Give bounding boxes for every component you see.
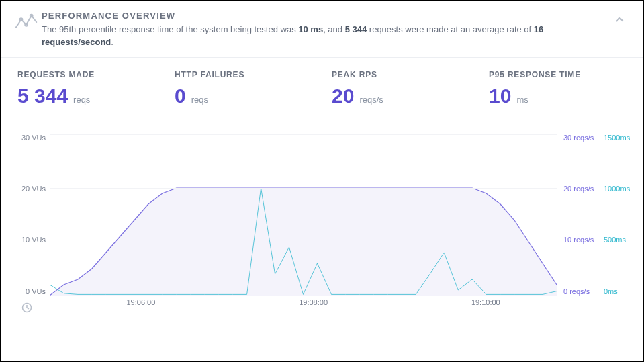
stat-value: 0 xyxy=(175,85,186,107)
collapse-toggle[interactable] xyxy=(614,11,628,28)
stat-unit: reqs/s xyxy=(359,95,383,105)
stat-unit: reqs xyxy=(191,95,208,105)
clock-icon xyxy=(21,302,32,313)
stat-peak-rps: PEAK RPS 20 reqs/s xyxy=(322,70,479,107)
stat-unit: reqs xyxy=(73,95,90,105)
x-axis: 19:06:0019:08:0019:10:00 xyxy=(50,298,557,312)
header-subtitle: The 95th percentile response time of the… xyxy=(42,24,614,49)
y-axis-right-ms: 1500ms1000ms500ms0ms xyxy=(604,134,636,296)
header-title: PERFORMANCE OVERVIEW xyxy=(42,11,614,21)
performance-chart: 30 VUs20 VUs10 VUs0 VUs 30 reqs/s20 reqs… xyxy=(8,134,636,316)
plot-area xyxy=(50,134,557,296)
stat-value: 20 xyxy=(332,85,354,107)
stat-http-failures: HTTP FAILURES 0 reqs xyxy=(165,70,322,107)
stat-p95-response-time: P95 RESPONSE TIME 10 ms xyxy=(479,70,636,107)
stat-requests-made: REQUESTS MADE 5 344 reqs xyxy=(8,70,165,107)
performance-icon xyxy=(13,11,42,34)
stat-value: 5 344 xyxy=(17,85,68,107)
stat-value: 10 xyxy=(489,85,511,107)
y-axis-right-reqs: 30 reqs/s20 reqs/s10 reqs/s0 reqs/s xyxy=(563,134,604,296)
y-axis-left: 30 VUs20 VUs10 VUs0 VUs xyxy=(8,134,46,296)
header: PERFORMANCE OVERVIEW The 95th percentile… xyxy=(1,1,643,58)
stats-row: REQUESTS MADE 5 344 reqs HTTP FAILURES 0… xyxy=(1,58,643,107)
stat-unit: ms xyxy=(516,95,528,105)
